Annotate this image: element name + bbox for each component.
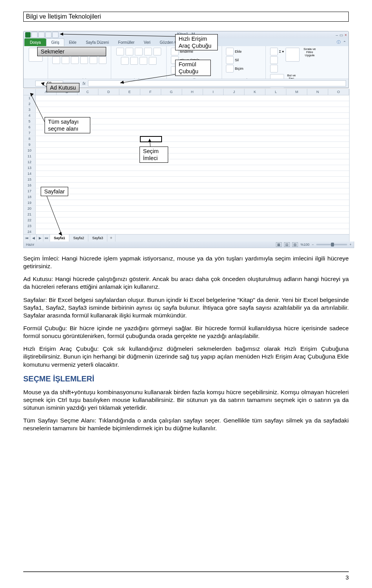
- sheet-tab-1[interactable]: Sayfa1: [50, 235, 69, 241]
- sheet-nav-first-icon[interactable]: ⏮: [24, 235, 30, 241]
- tab-insert[interactable]: Ekle: [64, 38, 81, 46]
- col-m[interactable]: M: [286, 89, 307, 95]
- row-22[interactable]: 22: [24, 217, 36, 223]
- italic-button[interactable]: [62, 56, 69, 64]
- align-left-button[interactable]: [153, 48, 161, 55]
- sort-filter-button[interactable]: [286, 48, 300, 62]
- col-g[interactable]: G: [161, 89, 182, 95]
- align-bottom-button[interactable]: [135, 48, 143, 55]
- row-24[interactable]: 24: [24, 229, 36, 235]
- new-sheet-button[interactable]: ✧: [107, 235, 115, 241]
- row-8[interactable]: 8: [24, 136, 36, 141]
- qat-customize-icon[interactable]: [52, 32, 59, 38]
- increase-indent-button[interactable]: [149, 57, 157, 65]
- formula-bar[interactable]: [88, 80, 346, 86]
- callout-ad-kutusu: Ad Kutusu: [46, 83, 79, 92]
- row-3[interactable]: 3: [24, 107, 36, 112]
- select-all-corner[interactable]: [24, 89, 36, 95]
- row-4[interactable]: 4: [24, 113, 36, 118]
- row-21[interactable]: 21: [24, 212, 36, 217]
- qat-redo-icon[interactable]: [45, 32, 52, 38]
- format-cells-button[interactable]: [226, 65, 234, 72]
- align-top-button[interactable]: [116, 48, 124, 55]
- row-12[interactable]: 12: [24, 159, 36, 165]
- clear-button[interactable]: [270, 65, 278, 72]
- col-d[interactable]: D: [98, 89, 119, 95]
- font-color-button[interactable]: [99, 56, 107, 64]
- callout-secim-line2: İmleci: [143, 155, 158, 161]
- col-o[interactable]: O: [328, 89, 349, 95]
- qat-undo-icon[interactable]: [38, 32, 45, 38]
- close-icon[interactable]: ×: [344, 33, 347, 37]
- sheet-nav-next-icon[interactable]: ▶: [37, 235, 43, 241]
- row-17[interactable]: 17: [24, 188, 36, 194]
- underline-button[interactable]: [71, 56, 79, 64]
- sheet-nav-prev-icon[interactable]: ◀: [30, 235, 37, 241]
- align-middle-button[interactable]: [126, 48, 133, 55]
- sheet-nav-last-icon[interactable]: ⏭: [43, 235, 50, 241]
- tab-home[interactable]: Giriş: [46, 38, 64, 46]
- qat-save-icon[interactable]: [31, 32, 38, 38]
- col-j[interactable]: J: [224, 89, 245, 95]
- insert-cells-button[interactable]: [226, 48, 234, 55]
- fx-icon[interactable]: fx: [83, 81, 86, 86]
- minimize-icon[interactable]: –: [336, 33, 338, 37]
- col-e[interactable]: E: [119, 89, 140, 95]
- page-number: 3: [346, 574, 349, 581]
- sheet-tab-2[interactable]: Sayfa2: [69, 235, 88, 241]
- zoom-in-button[interactable]: +: [350, 243, 351, 247]
- row-19[interactable]: 19: [24, 200, 36, 205]
- footer-rule: [23, 571, 349, 572]
- col-l[interactable]: L: [265, 89, 286, 95]
- row-20[interactable]: 20: [24, 206, 36, 211]
- row-16[interactable]: 16: [24, 183, 36, 188]
- row-9[interactable]: 9: [24, 142, 36, 147]
- row-6[interactable]: 6: [24, 124, 36, 130]
- col-c[interactable]: C: [78, 89, 98, 95]
- col-f[interactable]: F: [140, 89, 161, 95]
- col-k[interactable]: K: [245, 89, 265, 95]
- ribbon-help-icon[interactable]: ⓘ: [337, 40, 341, 45]
- row-23[interactable]: 23: [24, 223, 36, 229]
- fill-button[interactable]: [270, 56, 278, 64]
- group-alignment: Hizalama: [111, 46, 167, 82]
- ribbon-min-icon[interactable]: ⌃: [343, 40, 346, 45]
- align-center-button[interactable]: [121, 57, 129, 65]
- zoom-slider[interactable]: [316, 244, 347, 245]
- fill-color-button[interactable]: [90, 56, 97, 64]
- row-7[interactable]: 7: [24, 130, 36, 136]
- col-h[interactable]: H: [182, 89, 203, 95]
- body-text: Seçim İmleci: Hangi hücrede işlem yapmak…: [23, 255, 349, 432]
- orientation-button[interactable]: [144, 48, 152, 55]
- sheet-tab-3[interactable]: Sayfa3: [88, 235, 107, 241]
- excel-icon: [25, 32, 31, 38]
- col-i[interactable]: I: [203, 89, 224, 95]
- row-5[interactable]: 5: [24, 119, 36, 124]
- view-pagelayout-icon[interactable]: ▤: [284, 242, 290, 247]
- zoom-out-button[interactable]: −: [312, 243, 313, 247]
- row-11[interactable]: 11: [24, 153, 36, 159]
- decrease-indent-button[interactable]: [140, 57, 147, 65]
- tab-data[interactable]: Veri: [139, 38, 155, 46]
- autosum-button[interactable]: [270, 48, 278, 55]
- delete-cells-button[interactable]: [226, 56, 234, 64]
- row-13[interactable]: 13: [24, 165, 36, 171]
- col-n[interactable]: N: [307, 89, 328, 95]
- view-pagebreak-icon[interactable]: ▧: [292, 242, 298, 247]
- align-right-button[interactable]: [130, 57, 138, 65]
- row-18[interactable]: 18: [24, 194, 36, 200]
- row-15[interactable]: 15: [24, 177, 36, 182]
- row-10[interactable]: 10: [24, 148, 36, 153]
- tab-formulas[interactable]: Formüller: [114, 38, 139, 46]
- border-button[interactable]: [80, 56, 88, 64]
- tab-page-layout[interactable]: Sayfa Düzeni: [81, 38, 113, 46]
- row-2[interactable]: 2: [24, 101, 36, 107]
- worksheet-grid[interactable]: 1 2 3 4 5 6 7 8 9 10 11 12 13 14 15 16 1…: [23, 95, 350, 234]
- bold-button[interactable]: [52, 56, 60, 64]
- row-14[interactable]: 14: [24, 171, 36, 176]
- sheet-tab-bar: ⏮ ◀ ▶ ⏭ Sayfa1 Sayfa2 Sayfa3 ✧: [23, 234, 350, 242]
- row-1[interactable]: 1: [24, 95, 36, 101]
- maximize-icon[interactable]: ▭: [339, 33, 343, 37]
- tab-file[interactable]: Dosya: [24, 38, 46, 46]
- view-normal-icon[interactable]: ▦: [276, 242, 282, 247]
